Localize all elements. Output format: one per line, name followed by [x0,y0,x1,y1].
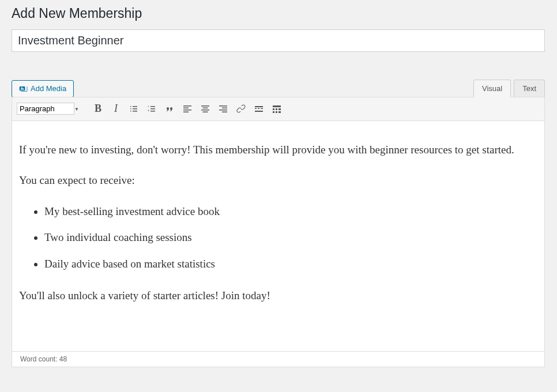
format-select[interactable]: Paragraph [17,103,74,115]
insert-more-icon [253,103,265,115]
bold-icon: B [95,103,101,115]
insert-more-button[interactable] [250,101,268,117]
page-title: Add New Membership [12,0,545,25]
word-count-value: 48 [59,355,67,363]
align-center-icon [200,103,211,115]
list-item: Daily advice based on market statistics [44,255,537,272]
align-right-button[interactable] [214,101,232,117]
status-bar: Word count: 48 [12,352,545,367]
add-media-button[interactable]: Add Media [12,80,74,97]
title-input[interactable] [12,29,545,52]
toolbar-toggle-icon [271,103,283,115]
list-item: Two individual coaching sessions [44,229,537,246]
editor-content[interactable]: If you're new to investing, don't worry!… [12,121,545,352]
numbered-list-icon [146,103,157,115]
bullet-list-button[interactable] [125,101,142,117]
align-center-button[interactable] [197,101,214,117]
align-left-icon [182,103,193,115]
list-item: My best-selling investment advice book [44,203,537,220]
toolbar-toggle-button[interactable] [268,101,285,117]
add-media-label: Add Media [31,84,66,93]
editor-top-row: Add Media Visual Text [12,80,545,97]
tab-visual[interactable]: Visual [473,80,511,97]
format-select-wrap: Paragraph [17,103,82,115]
media-icon [19,84,28,93]
editor-wrap: Add Media Visual Text Paragraph B I If y… [12,80,545,368]
italic-icon: I [114,103,118,115]
tab-text[interactable]: Text [514,80,545,97]
content-paragraph: If you're new to investing, don't worry!… [19,141,537,158]
editor-tabs: Visual Text [471,80,545,97]
word-count-label: Word count: [20,355,59,363]
content-list: My best-selling investment advice book T… [19,203,537,272]
italic-button[interactable]: I [107,101,125,117]
bullet-list-icon [128,103,140,115]
content-paragraph: You'll also unlock a variety of starter … [19,287,537,304]
blockquote-button[interactable] [161,101,178,117]
content-paragraph: You can expect to receive: [19,172,537,189]
editor-toolbar: Paragraph B I [12,97,545,121]
align-right-icon [217,103,229,115]
numbered-list-button[interactable] [143,101,160,117]
align-left-button[interactable] [179,101,196,117]
bold-button[interactable]: B [89,101,107,117]
link-icon [235,103,247,115]
link-button[interactable] [232,101,250,117]
blockquote-icon [164,103,175,115]
